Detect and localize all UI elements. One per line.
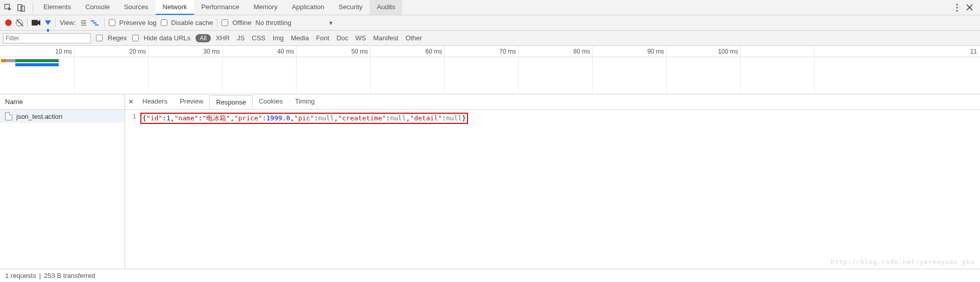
json-token-brace: : — [162, 114, 166, 122]
timeline-bar — [1, 59, 6, 62]
timeline-ticks: 10 ms20 ms30 ms40 ms50 ms60 ms70 ms80 ms… — [0, 46, 980, 57]
type-filter-all[interactable]: All — [195, 34, 210, 42]
svg-point-4 — [956, 7, 958, 8]
json-token-null: null — [390, 114, 406, 122]
detail-tab-timing[interactable]: Timing — [289, 95, 321, 109]
json-token-null: null — [446, 114, 462, 122]
preserve-log-checkbox[interactable] — [109, 19, 115, 26]
request-detail-panel: ✕ HeadersPreviewResponseCookiesTiming 1 … — [125, 94, 980, 269]
panel-tab-application[interactable]: Application — [285, 0, 332, 15]
regex-label: Regex — [108, 34, 127, 42]
json-token-brace: , — [170, 114, 175, 122]
divider — [27, 18, 28, 28]
kebab-menu-icon[interactable] — [956, 4, 958, 12]
detail-tabs: ✕ HeadersPreviewResponseCookiesTiming — [125, 94, 980, 110]
close-details-icon[interactable]: ✕ — [125, 98, 136, 106]
tick-label: 50 ms — [351, 48, 370, 55]
camera-icon[interactable] — [32, 19, 41, 26]
offline-label: Offline — [232, 19, 251, 27]
json-token-brace: , — [230, 114, 234, 122]
detail-tab-preview[interactable]: Preview — [174, 95, 209, 109]
filter-funnel-icon[interactable] — [45, 20, 51, 25]
tick-label: 100 ms — [718, 48, 740, 55]
json-token-brace: } — [462, 114, 466, 122]
json-token-num: 1 — [166, 114, 170, 122]
panel-tab-console[interactable]: Console — [78, 0, 117, 15]
svg-point-3 — [956, 4, 958, 5]
waterfall-view-icon[interactable] — [91, 20, 100, 26]
divider — [104, 18, 105, 28]
json-token-key: "pic" — [294, 114, 314, 122]
json-token-key: "price" — [234, 114, 262, 122]
chevron-down-icon[interactable]: ▼ — [326, 20, 336, 26]
request-row[interactable]: json_test.action — [0, 110, 125, 123]
panel-tab-audits[interactable]: Audits — [370, 0, 402, 15]
tick-line — [296, 46, 297, 94]
response-line[interactable]: 1 {"id":1,"name":"电冰箱","price":1999.0,"p… — [129, 113, 976, 124]
tick-label: 80 ms — [573, 48, 592, 55]
status-requests: 1 requests — [5, 272, 36, 279]
svg-point-5 — [956, 10, 958, 11]
json-token-key: "detail" — [410, 114, 442, 122]
response-json-content[interactable]: {"id":1,"name":"电冰箱","price":1999.0,"pic… — [140, 113, 468, 124]
response-body: 1 {"id":1,"name":"电冰箱","price":1999.0,"p… — [125, 110, 980, 269]
divider — [33, 3, 33, 12]
large-rows-icon[interactable] — [80, 18, 87, 28]
panel-tab-security[interactable]: Security — [331, 0, 370, 15]
timeline-overview[interactable]: 10 ms20 ms30 ms40 ms50 ms60 ms70 ms80 ms… — [0, 46, 980, 94]
type-filter-js[interactable]: JS — [237, 34, 244, 42]
regex-checkbox[interactable] — [96, 35, 103, 41]
tick-line — [666, 46, 667, 94]
close-devtools-icon[interactable] — [966, 4, 973, 11]
disable-cache-checkbox[interactable] — [161, 19, 167, 26]
divider — [217, 18, 217, 28]
tick-label: 30 ms — [203, 48, 222, 55]
tick-label: 60 ms — [425, 48, 444, 55]
type-filter-font[interactable]: Font — [316, 34, 329, 42]
tick-label: 40 ms — [277, 48, 296, 55]
tick-label: 11 — [970, 48, 979, 55]
detail-tab-headers[interactable]: Headers — [136, 95, 174, 109]
hide-data-urls-checkbox[interactable] — [132, 35, 139, 41]
json-token-brace: : — [386, 114, 390, 122]
type-filter-css[interactable]: CSS — [252, 34, 265, 42]
type-filter-doc[interactable]: Doc — [336, 34, 348, 42]
panel-tab-performance[interactable]: Performance — [194, 0, 246, 15]
clear-icon[interactable] — [16, 19, 23, 27]
watermark-text: http://blog.csdn.net/yerenyuan_pku — [830, 258, 975, 266]
tick-line — [74, 46, 75, 94]
inspect-element-icon[interactable] — [4, 4, 12, 12]
tick-label: 20 ms — [129, 48, 148, 55]
status-bar: 1 requests | 253 B transferred — [0, 269, 980, 282]
timeline-bar — [15, 63, 59, 66]
tick-line — [592, 46, 593, 94]
json-token-brace: : — [442, 114, 446, 122]
record-icon[interactable] — [5, 19, 12, 26]
svg-rect-1 — [18, 5, 22, 11]
type-filter-media[interactable]: Media — [291, 34, 309, 42]
panel-tabs-container: ElementsConsoleSourcesNetworkPerformance… — [36, 0, 402, 15]
type-filters-container: XHRJSCSSImgMediaFontDocWSManifestOther — [216, 34, 422, 42]
panel-tab-elements[interactable]: Elements — [36, 0, 78, 15]
panel-tabs-bar: ElementsConsoleSourcesNetworkPerformance… — [0, 0, 980, 15]
type-filter-other[interactable]: Other — [405, 34, 422, 42]
request-list-header[interactable]: Name — [0, 94, 125, 110]
tick-line — [814, 46, 815, 94]
hide-data-urls-label: Hide data URLs — [144, 34, 191, 42]
panel-tab-network[interactable]: Network — [156, 0, 194, 15]
panel-tab-sources[interactable]: Sources — [117, 0, 156, 15]
offline-checkbox[interactable] — [222, 19, 228, 26]
type-filter-ws[interactable]: WS — [355, 34, 366, 42]
throttling-select[interactable]: No throttling — [256, 19, 291, 27]
detail-tab-response[interactable]: Response — [209, 95, 253, 109]
type-filter-manifest[interactable]: Manifest — [373, 34, 398, 42]
filter-input[interactable] — [3, 33, 91, 43]
type-filter-img[interactable]: Img — [273, 34, 284, 42]
type-filter-xhr[interactable]: XHR — [216, 34, 230, 42]
json-token-null: null — [318, 114, 334, 122]
view-label: View: — [60, 19, 76, 27]
panel-tab-memory[interactable]: Memory — [247, 0, 285, 15]
panel-right-icons — [949, 4, 980, 12]
detail-tab-cookies[interactable]: Cookies — [253, 95, 289, 109]
device-toolbar-icon[interactable] — [17, 4, 26, 12]
